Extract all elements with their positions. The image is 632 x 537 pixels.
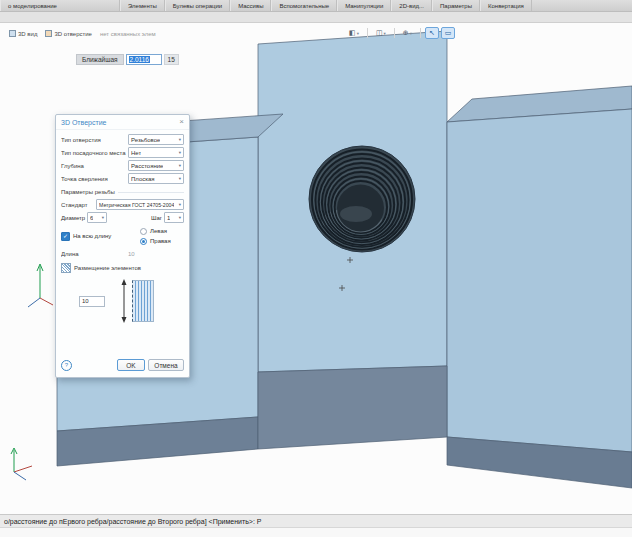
chevron-down-icon [102, 215, 104, 220]
seat-type-label: Тип посадочного места [61, 150, 128, 156]
close-icon[interactable]: × [179, 118, 184, 126]
placement-value-input[interactable]: 10 [79, 296, 105, 307]
chevron-down-icon [384, 31, 386, 36]
chevron-down-icon [179, 150, 181, 155]
display-mode-icon: ◫ [376, 29, 383, 37]
standard-label: Стандарт [61, 202, 96, 208]
depth-label: Глубина [61, 163, 128, 169]
chevron-down-icon [179, 202, 181, 207]
angle-value: 15 [164, 54, 179, 65]
toolbar-separator [394, 28, 395, 38]
hole-feature-icon [45, 30, 52, 37]
cancel-button[interactable]: Отмена [148, 359, 184, 371]
tab-2d-view[interactable]: 2D-вид... [391, 0, 432, 11]
hole-type-label: Тип отверстия [61, 137, 128, 143]
cad-application-window: о моделирование Элементы Булевы операции… [0, 0, 632, 537]
radio-off-icon [140, 228, 147, 235]
toolbar-separator [367, 28, 368, 38]
viewport-toolbar: 3D вид 3D отверстие нет связанных элем ◧… [5, 26, 627, 41]
menubar: о моделирование Элементы Булевы операции… [0, 0, 632, 12]
dialog-title-bar[interactable]: 3D Отверстие × [56, 115, 189, 130]
distance-input[interactable]: 2.0116 [126, 54, 162, 65]
snap-mode-label: Ближайшая [76, 54, 124, 65]
tab-manipulations[interactable]: Манипуляции [337, 0, 391, 11]
tab-arrays[interactable]: Массивы [230, 0, 271, 11]
tab-auxiliary[interactable]: Вспомогательные [271, 0, 337, 11]
drill-point-select[interactable]: Плоская [128, 173, 184, 184]
view-icon [9, 30, 16, 37]
checkbox-checked-icon [61, 232, 70, 241]
display-mode-button[interactable]: ◫ [372, 27, 390, 39]
seat-type-select[interactable]: Нет [128, 147, 184, 158]
diameter-select[interactable]: 6 [87, 212, 107, 223]
full-length-checkbox[interactable]: На всю длину [61, 232, 140, 241]
scene-tab-3d-hole[interactable]: 3D отверстие [41, 29, 96, 38]
chevron-down-icon [357, 31, 359, 36]
3d-hole-dialog: 3D Отверстие × Тип отверстия Резьбовое Т… [55, 114, 190, 378]
tab-parameters[interactable]: Параметры [432, 0, 480, 11]
menubar-filler [532, 0, 632, 11]
dialog-body: Тип отверстия Резьбовое Тип посадочного … [56, 130, 189, 377]
chevron-down-icon [179, 176, 181, 181]
pitch-select[interactable]: 1 [164, 212, 184, 223]
nav-triad-icon[interactable] [11, 448, 32, 480]
depth-select[interactable]: Расстояние [128, 160, 184, 171]
scene-tab-3d-view[interactable]: 3D вид [5, 29, 41, 38]
zoom-icon: ⊕ [403, 29, 409, 37]
hatch-icon [61, 263, 71, 273]
threaded-hole[interactable] [309, 146, 415, 252]
tab-boolean-operations[interactable]: Булевы операции [165, 0, 230, 11]
pitch-label: Шаг [151, 215, 162, 221]
status-bar: о/расстояние до пЕрвого ребра/расстояние… [0, 514, 632, 537]
left-hand-radio[interactable]: Левая [140, 228, 184, 235]
dimension-arrow-icon [119, 278, 129, 324]
cursor-select-toggle[interactable]: ↖ [425, 27, 439, 39]
cube-icon: ◧ [349, 29, 356, 37]
view-control-group: ◧ ◫ ⊕ ↖ ▭ [345, 27, 455, 39]
chevron-down-icon [179, 215, 181, 220]
window-select-toggle[interactable]: ▭ [441, 27, 456, 39]
window-select-icon: ▭ [445, 29, 452, 37]
zoom-button[interactable]: ⊕ [399, 27, 416, 39]
part-face-center-bottom[interactable] [258, 366, 447, 449]
thread-section-title: Параметры резьбы [61, 189, 115, 195]
distance-value: 2.0116 [129, 56, 150, 63]
command-input-line[interactable] [0, 527, 632, 537]
diameter-label: Диаметр [61, 215, 85, 221]
tab-conversion[interactable]: Конвертация [480, 0, 532, 11]
drill-point-label: Точка сверления [61, 176, 128, 182]
radio-on-icon [140, 238, 147, 245]
snap-parameter-bar: Ближайшая 2.0116 15 [76, 54, 179, 65]
secondary-toolbar [0, 12, 632, 23]
hole-section-preview [132, 280, 154, 322]
standard-select[interactable]: Метрическая ГОСТ 24705-2004 [96, 199, 184, 210]
toolbar-separator [420, 28, 421, 38]
chevron-down-icon [179, 137, 181, 142]
ok-button[interactable]: OK [117, 359, 145, 371]
cursor-select-icon: ↖ [429, 29, 435, 37]
command-prompt: о/расстояние до пЕрвого ребра/расстояние… [0, 515, 632, 527]
tab-modeling[interactable]: о моделирование [0, 0, 120, 11]
tab-elements[interactable]: Элементы [120, 0, 165, 11]
chevron-down-icon [179, 163, 181, 168]
placement-preview-row: 10 [61, 278, 184, 324]
lcs-marker-icon [28, 264, 53, 307]
placement-label: Размещение элементов [74, 265, 184, 271]
hole-type-select[interactable]: Резьбовое [128, 134, 184, 145]
thread-direction-group: Левая Правая [140, 228, 184, 245]
linked-elements-hint: нет связанных элем [100, 31, 156, 37]
length-label: Длина [61, 251, 128, 257]
dialog-title: 3D Отверстие [61, 119, 106, 126]
chevron-down-icon [410, 31, 412, 36]
view-cube-button[interactable]: ◧ [345, 27, 363, 39]
help-icon[interactable]: ? [61, 360, 72, 371]
right-hand-radio[interactable]: Правая [140, 238, 184, 245]
length-value: 10 [128, 251, 184, 257]
part-face-right-front[interactable] [447, 109, 632, 452]
